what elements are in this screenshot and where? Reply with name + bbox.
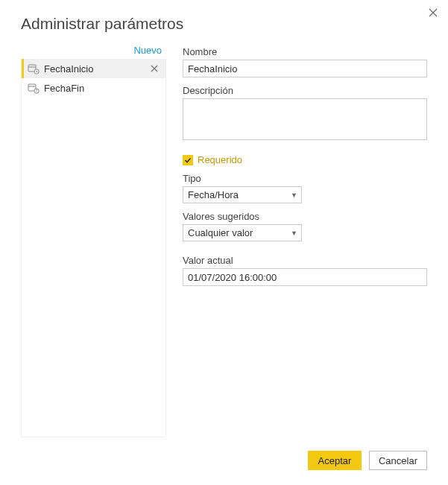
cancel-button[interactable]: Cancelar [369,451,427,470]
valores-sugeridos-select[interactable] [183,224,302,241]
manage-parameters-dialog: Administrar parámetros Nuevo F [0,0,448,485]
nombre-label: Nombre [183,46,427,57]
descripcion-input[interactable] [183,98,427,140]
parameter-form: Nombre Descripción Requerido Tipo ▼ Valo… [183,43,427,437]
tipo-select[interactable] [183,186,302,203]
parameter-icon [28,63,40,75]
parameter-item-label: FechaInicio [44,63,148,75]
parameter-item-fechafin[interactable]: ? FechaFin [22,78,165,98]
valor-actual-input[interactable] [183,268,427,286]
valores-sugeridos-select-wrap: ▼ [183,224,302,241]
requerido-row: Requerido [183,154,427,165]
parameter-list: FechaInicio ? FechaFin [21,59,166,437]
dialog-body: Nuevo FechaInicio [21,43,427,437]
svg-text:?: ? [36,89,38,93]
dialog-title: Administrar parámetros [21,15,427,33]
nombre-input[interactable] [183,60,427,77]
requerido-label: Requerido [198,154,242,165]
accept-button[interactable]: Aceptar [308,451,362,470]
delete-parameter-icon[interactable] [148,63,161,75]
new-parameter-link[interactable]: Nuevo [21,43,166,59]
parameter-item-fechainicio[interactable]: FechaInicio [22,59,165,78]
tipo-select-wrap: ▼ [183,186,302,203]
requerido-checkbox[interactable] [183,155,193,165]
parameter-list-pane: Nuevo FechaInicio [21,43,166,437]
dialog-footer: Aceptar Cancelar [21,437,427,470]
valor-actual-label: Valor actual [183,255,427,266]
close-icon[interactable] [429,7,438,19]
valores-sugeridos-label: Valores sugeridos [183,211,427,222]
descripcion-label: Descripción [183,85,427,96]
tipo-label: Tipo [183,173,427,184]
parameter-item-label: FechaFin [44,83,161,94]
svg-line-4 [37,72,37,72]
parameter-icon: ? [28,82,40,94]
